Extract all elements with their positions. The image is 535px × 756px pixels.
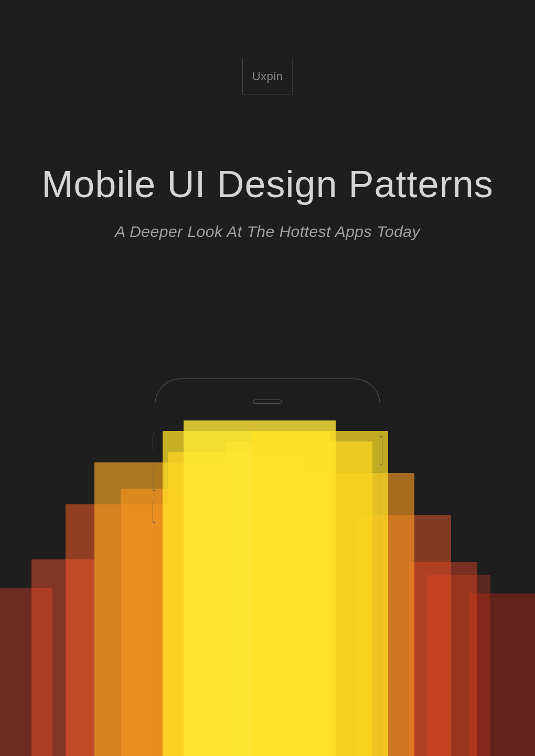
artwork-bar — [163, 431, 330, 756]
phone-body — [155, 379, 380, 756]
phone-button — [380, 436, 382, 465]
phone-button — [153, 434, 155, 449]
artwork-bar — [294, 473, 414, 756]
artwork-bar — [66, 504, 170, 756]
phone-speaker — [253, 399, 282, 404]
phone-outline-icon — [155, 379, 380, 756]
artwork-bar — [409, 562, 477, 756]
artwork-bar — [184, 420, 336, 756]
artwork-bar — [357, 515, 451, 756]
phone-button — [153, 501, 155, 523]
artwork-bar — [226, 441, 372, 756]
page-subtitle: A Deeper Look At The Hottest Apps Today — [0, 223, 535, 241]
artwork-bar — [469, 593, 535, 756]
artwork-bar — [31, 559, 94, 756]
artwork-bar — [168, 452, 304, 756]
phone-button — [153, 469, 155, 491]
cover-artwork — [0, 379, 535, 756]
artwork-bar — [0, 588, 52, 756]
logo-box: Uxpin — [242, 59, 293, 94]
logo-text: Uxpin — [252, 70, 283, 83]
artwork-bar — [252, 431, 388, 756]
page-title: Mobile UI Design Patterns — [0, 163, 535, 206]
artwork-bar — [94, 462, 226, 756]
artwork-bar — [121, 489, 226, 756]
artwork-bar — [427, 575, 490, 756]
